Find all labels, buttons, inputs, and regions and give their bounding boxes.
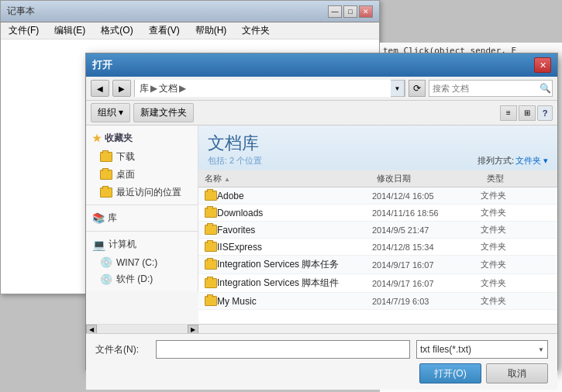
cancel-button[interactable]: 取消 [486, 363, 548, 383]
scroll-right-btn[interactable]: ▶ [188, 325, 198, 333]
file-folder-icon [205, 225, 217, 235]
filename-label: 文件名(N): [95, 343, 150, 356]
folder-title-area: 文档库 包括: 2 个位置 [208, 132, 478, 167]
file-type: 文件夹 [481, 190, 551, 201]
sidebar-item-c-drive[interactable]: 💿 WIN7 (C:) [86, 254, 198, 270]
search-icon[interactable]: 🔍 [540, 83, 551, 94]
computer-icon: 💻 [92, 239, 105, 251]
dialog-title: 打开 [92, 58, 534, 72]
downloads-folder-icon [100, 152, 112, 162]
file-type: 文件夹 [481, 241, 551, 253]
filetype-dropdown-arrow: ▼ [538, 346, 544, 353]
notepad-close-button[interactable]: ✕ [359, 5, 373, 18]
organize-button[interactable]: 组织 ▾ [91, 103, 130, 122]
sidebar-item-recent[interactable]: 最近访问的位置 [86, 184, 198, 201]
library-icon: 📚 [92, 212, 105, 224]
file-folder-icon [205, 260, 217, 270]
forward-button[interactable]: ▶ [112, 80, 131, 97]
grid-view-button[interactable]: ⊞ [519, 105, 536, 121]
file-type: 文件夹 [481, 224, 551, 236]
c-drive-icon: 💿 [100, 256, 112, 268]
filename-input[interactable] [156, 340, 410, 359]
star-icon: ★ [92, 132, 102, 144]
address-bar: ◀ ▶ 库 ▶ 文档 ▶ ▼ ⟳ 🔍 [86, 77, 557, 101]
table-row[interactable]: Integration Services 脚本组件 2014/9/17 16:0… [198, 274, 557, 293]
view-buttons: ≡ ⊞ ? [500, 105, 553, 121]
desktop-label: 桌面 [116, 168, 135, 181]
horizontal-scrollbar[interactable] [198, 324, 557, 333]
library-label: 库 [108, 211, 117, 225]
sidebar-item-desktop[interactable]: 桌面 [86, 166, 198, 184]
favorites-label: 收藏夹 [105, 132, 133, 145]
file-date: 2014/12/4 16:05 [372, 191, 481, 201]
menu-help[interactable]: 帮助(H) [191, 22, 232, 39]
library-section: 📚 库 [86, 208, 198, 228]
menu-format[interactable]: 格式(O) [96, 22, 137, 39]
d-drive-icon: 💿 [100, 273, 112, 285]
file-date: 2014/11/16 18:56 [372, 208, 481, 218]
col-date-header[interactable]: 修改日期 [377, 173, 485, 184]
menu-folder[interactable]: 文件夹 [237, 22, 274, 39]
refresh-button[interactable]: ⟳ [409, 80, 426, 97]
table-row[interactable]: IISExpress 2014/12/8 15:34 文件夹 [198, 239, 557, 256]
file-folder-icon [205, 208, 217, 218]
notepad-menubar: 文件(F) 编辑(E) 格式(O) 查看(V) 帮助(H) 文件夹 [1, 22, 379, 40]
file-type: 文件夹 [481, 207, 551, 218]
file-name: Integration Services 脚本组件 [217, 277, 372, 290]
dialog-close-button[interactable]: ✕ [534, 57, 551, 73]
left-divider-1 [86, 205, 198, 205]
search-input[interactable] [433, 84, 540, 93]
file-type: 文件夹 [481, 277, 551, 289]
dialog-titlebar: 打开 ✕ [86, 53, 557, 77]
filetype-select[interactable]: txt files(*.txt) ▼ [416, 340, 548, 359]
sidebar-item-downloads[interactable]: 下载 [86, 148, 198, 166]
file-name: Favorites [217, 225, 372, 236]
notepad-controls: — □ ✕ [328, 5, 373, 18]
sort-dropdown[interactable]: 文件夹 ▾ [515, 155, 548, 167]
file-date: 2014/9/17 16:07 [372, 279, 481, 288]
left-divider-2 [86, 231, 198, 232]
scroll-left-btn[interactable]: ◀ [86, 325, 97, 333]
table-row[interactable]: Adobe 2014/12/4 16:05 文件夹 [198, 187, 557, 205]
address-documents: 文档 [159, 82, 178, 95]
file-type: 文件夹 [481, 259, 551, 270]
left-scrollbar[interactable]: ◀ ▶ [86, 324, 198, 333]
computer-label: 计算机 [109, 238, 136, 251]
address-dropdown-button[interactable]: ▼ [391, 80, 405, 97]
col-name-header[interactable]: 名称 ▲ [205, 173, 375, 184]
table-row[interactable]: My Music 2014/7/19 6:03 文件夹 [198, 293, 557, 310]
new-folder-button[interactable]: 新建文件夹 [133, 103, 194, 122]
menu-edit[interactable]: 编辑(E) [50, 22, 90, 39]
file-folder-icon [205, 278, 217, 288]
col-type-header[interactable]: 类型 [487, 173, 540, 184]
file-folder-icon [205, 296, 217, 306]
bottom-buttons: 打开(O) 取消 [95, 363, 548, 383]
file-name: IISExpress [217, 242, 372, 253]
address-library: 库 [140, 82, 149, 95]
help-button[interactable]: ? [537, 105, 553, 121]
dialog-bottom: 文件名(N): txt files(*.txt) ▼ 打开(O) 取消 [86, 333, 557, 390]
minimize-button[interactable]: — [328, 5, 342, 18]
list-view-button[interactable]: ≡ [500, 105, 517, 121]
file-name: Adobe [217, 191, 372, 201]
menu-view[interactable]: 查看(V) [144, 22, 184, 39]
computer-section-label: 💻 计算机 [86, 235, 198, 254]
search-box[interactable]: 🔍 [429, 80, 553, 97]
path-separator-1: ▶ [150, 83, 157, 94]
maximize-button[interactable]: □ [343, 5, 357, 18]
menu-file[interactable]: 文件(F) [4, 22, 43, 39]
sidebar-item-d-drive[interactable]: 💿 软件 (D:) [86, 270, 198, 288]
file-name: Integration Services 脚本任务 [217, 258, 372, 271]
notepad-title: 记事本 [7, 5, 328, 18]
recent-label: 最近访问的位置 [116, 186, 181, 199]
file-folder-icon [205, 242, 217, 252]
open-button[interactable]: 打开(O) [419, 363, 481, 383]
table-row[interactable]: Favorites 2014/9/5 21:47 文件夹 [198, 222, 557, 239]
table-row[interactable]: Integration Services 脚本任务 2014/9/17 16:0… [198, 256, 557, 274]
folder-subtitle: 包括: 2 个位置 [208, 155, 478, 167]
back-button[interactable]: ◀ [91, 80, 109, 97]
table-row[interactable]: Downloads 2014/11/16 18:56 文件夹 [198, 205, 557, 222]
notepad-titlebar: 记事本 — □ ✕ [1, 1, 379, 22]
file-name: Downloads [217, 208, 372, 218]
sort-label-text: 排列方式: [478, 155, 514, 167]
